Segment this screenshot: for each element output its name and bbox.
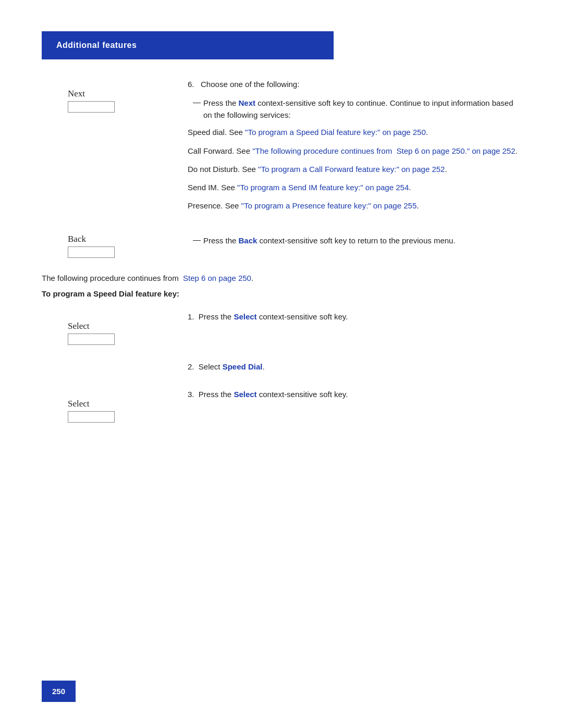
select-link-3[interactable]: Select — [234, 390, 256, 399]
back-dash-icon: — — [193, 235, 203, 247]
step6-left-col: Next — [42, 78, 177, 218]
select-button-3-label: Select — [68, 399, 90, 409]
call-forward-para: Call Forward. See "The following procedu… — [188, 145, 521, 157]
back-left-col: Back — [42, 224, 177, 258]
speed-dial-link[interactable]: "To program a Speed Dial feature key:" o… — [245, 128, 426, 137]
next-button-label: Next — [68, 89, 85, 99]
step1-left: Select — [42, 311, 177, 345]
next-button-widget: Next — [68, 89, 115, 113]
select-link-1[interactable]: Select — [234, 312, 256, 321]
send-im-link[interactable]: "To program a Send IM feature key:" on p… — [237, 183, 409, 192]
call-forward-link[interactable]: "The following procedure continues from … — [252, 146, 515, 155]
do-not-disturb-link[interactable]: "To program a Call Forward feature key:"… — [258, 165, 445, 174]
step1-right: 1. Press the Select context-sensitive so… — [177, 311, 521, 323]
back-key-text: Press the Back context-sensitive soft ke… — [203, 235, 456, 247]
step6-header: 6. Choose one of the following: — [188, 78, 521, 90]
section2-heading: To program a Speed Dial feature key: — [42, 289, 521, 298]
back-section: Back — Press the Back context-sensitive … — [42, 224, 521, 258]
back-key-link[interactable]: Back — [239, 236, 258, 245]
presence-link[interactable]: "To program a Presence feature key:" on … — [241, 201, 417, 210]
do-not-disturb-para: Do not Disturb. See "To program a Call F… — [188, 163, 521, 175]
next-key-bullet: — Press the Next context-sensitive soft … — [188, 97, 521, 121]
step2-right: 2. Select Speed Dial. — [177, 361, 521, 373]
back-button-box[interactable] — [68, 246, 115, 258]
dash-icon: — — [193, 97, 203, 121]
header-title: Additional features — [56, 41, 137, 50]
next-button-box[interactable] — [68, 101, 115, 113]
select-button-1-box[interactable] — [68, 334, 115, 345]
step6-section: Next 6. Choose one of the following: — P… — [42, 78, 521, 218]
header-bar: Additional features — [42, 31, 334, 59]
step1-row: Select 1. Press the Select context-sensi… — [42, 311, 521, 345]
step3-row: Select 3. Press the Select context-sensi… — [42, 388, 521, 423]
step3-right: 3. Press the Select context-sensitive so… — [177, 388, 521, 400]
procedure-note: The following procedure continues from S… — [42, 273, 521, 285]
back-right-col: — Press the Back context-sensitive soft … — [177, 224, 521, 258]
select-button-3-box[interactable] — [68, 411, 115, 423]
step2-row: 2. Select Speed Dial. — [42, 361, 521, 373]
back-button-label: Back — [68, 234, 86, 244]
next-key-link[interactable]: Next — [239, 98, 256, 107]
page-number: 250 — [42, 681, 76, 702]
back-key-bullet: — Press the Back context-sensitive soft … — [188, 235, 521, 247]
select-button-3-widget: Select — [68, 399, 177, 423]
select-button-1-label: Select — [68, 321, 90, 331]
step3-left: Select — [42, 388, 177, 423]
step6-right-col: 6. Choose one of the following: — Press … — [177, 78, 521, 218]
next-key-text: Press the Next context-sensitive soft ke… — [203, 97, 521, 121]
back-button-widget: Back — [68, 234, 115, 258]
send-im-para: Send IM. See "To program a Send IM featu… — [188, 181, 521, 193]
speed-dial-select-link[interactable]: Speed Dial — [223, 362, 263, 371]
speed-dial-para: Speed dial. See "To program a Speed Dial… — [188, 126, 521, 138]
step6-number: 6. — [188, 80, 199, 89]
select-button-1-widget: Select — [68, 321, 177, 345]
presence-para: Presence. See "To program a Presence fea… — [188, 200, 521, 212]
procedure-note-link[interactable]: Step 6 on page 250 — [183, 274, 251, 282]
step6-intro: Choose one of the following: — [201, 80, 299, 89]
